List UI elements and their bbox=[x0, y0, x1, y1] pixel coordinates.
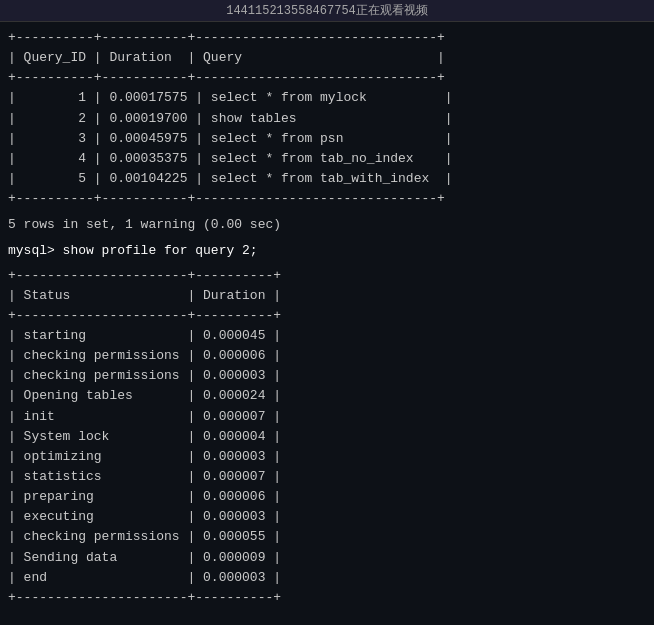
second-table-divider-top: +----------------------+----------+ bbox=[8, 266, 646, 286]
table-row: | 1 | 0.00017575 | select * from mylock … bbox=[8, 88, 646, 108]
terminal-window: 144115213558467754正在观看视频 +----------+---… bbox=[0, 0, 654, 625]
list-item: | System lock | 0.000004 | bbox=[8, 427, 646, 447]
first-table-summary: 5 rows in set, 1 warning (0.00 sec) bbox=[8, 215, 646, 235]
list-item: | end | 0.000003 | bbox=[8, 568, 646, 588]
list-item: | optimizing | 0.000003 | bbox=[8, 447, 646, 467]
table-row: | 4 | 0.00035375 | select * from tab_no_… bbox=[8, 149, 646, 169]
list-item: | executing | 0.000003 | bbox=[8, 507, 646, 527]
second-table-divider-mid: +----------------------+----------+ bbox=[8, 306, 646, 326]
table-row: | 2 | 0.00019700 | show tables | bbox=[8, 109, 646, 129]
table-row: | 3 | 0.00045975 | select * from psn | bbox=[8, 129, 646, 149]
list-item: | starting | 0.000045 | bbox=[8, 326, 646, 346]
first-table-header: | Query_ID | Duration | Query | bbox=[8, 48, 646, 68]
table-row: | 5 | 0.00104225 | select * from tab_wit… bbox=[8, 169, 646, 189]
top-bar: 144115213558467754正在观看视频 bbox=[0, 0, 654, 22]
list-item: | checking permissions | 0.000055 | bbox=[8, 527, 646, 547]
list-item: | init | 0.000007 | bbox=[8, 407, 646, 427]
list-item: | Sending data | 0.000009 | bbox=[8, 548, 646, 568]
list-item: | Opening tables | 0.000024 | bbox=[8, 386, 646, 406]
second-table-body: | starting | 0.000045 || checking permis… bbox=[8, 326, 646, 588]
first-table-divider-mid: +----------+-----------+----------------… bbox=[8, 68, 646, 88]
first-table-divider-top: +----------+-----------+----------------… bbox=[8, 28, 646, 48]
list-item: | preparing | 0.000006 | bbox=[8, 487, 646, 507]
list-item: | checking permissions | 0.000003 | bbox=[8, 366, 646, 386]
first-table-divider-bot: +----------+-----------+----------------… bbox=[8, 189, 646, 209]
second-table-divider-bot: +----------------------+----------+ bbox=[8, 588, 646, 608]
top-bar-text: 144115213558467754正在观看视频 bbox=[226, 4, 428, 18]
mysql-command: mysql> show profile for query 2; bbox=[8, 241, 646, 261]
terminal-content: +----------+-----------+----------------… bbox=[0, 22, 654, 614]
list-item: | checking permissions | 0.000006 | bbox=[8, 346, 646, 366]
second-table-header: | Status | Duration | bbox=[8, 286, 646, 306]
list-item: | statistics | 0.000007 | bbox=[8, 467, 646, 487]
